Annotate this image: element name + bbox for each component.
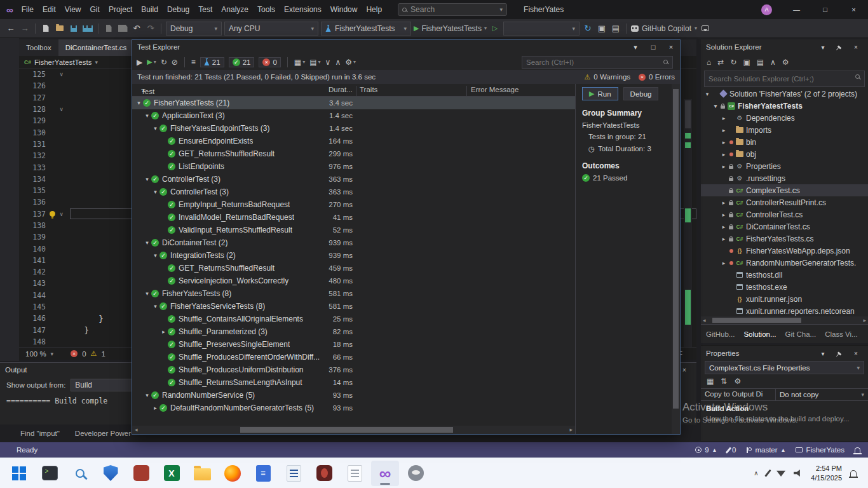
test-search-input[interactable] xyxy=(522,56,673,69)
run-button[interactable]: ▶ Run xyxy=(582,87,618,100)
minimize-button[interactable]: — xyxy=(782,0,811,19)
tool-tab-gitcha[interactable]: Git Cha... xyxy=(785,330,817,338)
properties-gear-icon[interactable]: ⚙ xyxy=(782,58,789,67)
tool-tab-github[interactable]: GitHub... xyxy=(706,330,735,338)
expander-closed-icon[interactable]: ▸ xyxy=(720,236,728,242)
save-all-icon[interactable] xyxy=(82,22,93,36)
test-row[interactable]: ▾✓DiContainerTest (2)939 ms xyxy=(132,236,575,249)
cut-icon[interactable] xyxy=(103,22,114,36)
fold-chevron-icon[interactable]: ∨ xyxy=(60,106,63,112)
column-duration[interactable]: Durat... xyxy=(329,86,353,93)
hierarchy-icon[interactable]: ▤▾ xyxy=(309,58,320,67)
taskbar-app-shield[interactable] xyxy=(97,461,125,486)
menu-edit[interactable]: Edit xyxy=(38,5,60,14)
scrollbar-thumb[interactable] xyxy=(240,427,453,433)
close-button[interactable]: × xyxy=(839,0,868,19)
window-position-icon[interactable]: ▾ xyxy=(627,40,644,54)
tab-find-results[interactable]: Find "imput" xyxy=(20,430,60,437)
properties-titlebar[interactable]: Properties ▾ × xyxy=(701,346,868,361)
scroll-right-icon[interactable]: ▸ xyxy=(863,317,866,323)
collapse-all-icon[interactable]: ∧ xyxy=(335,58,341,67)
menu-build[interactable]: Build xyxy=(137,5,163,14)
hidden-icons-chevron[interactable]: ∧ xyxy=(754,470,758,477)
run-tests-icon[interactable]: ▶▾ xyxy=(147,58,156,66)
tool-tab-classvi[interactable]: Class Vi... xyxy=(825,330,858,338)
categorized-icon[interactable]: ▦ xyxy=(707,377,714,386)
close-icon[interactable]: × xyxy=(849,347,863,360)
test-search-box[interactable] xyxy=(522,56,673,69)
sync-commits-indicator[interactable]: 9 ▲ xyxy=(695,446,717,454)
menu-tools[interactable]: Tools xyxy=(253,5,280,14)
start-without-debug-icon[interactable]: ▷ xyxy=(489,22,501,36)
test-row[interactable]: ✓GET_ReturnsShuffledResult459 ms xyxy=(132,262,575,274)
tab-dicontainertest[interactable]: DiContainerTest.cs xyxy=(58,39,134,56)
test-explorer-titlebar[interactable]: Test Explorer ▾ □ × xyxy=(132,40,680,54)
scrollbar-thumb[interactable] xyxy=(673,89,679,409)
fold-chevron-icon[interactable]: ∨ xyxy=(60,71,63,78)
menu-project[interactable]: Project xyxy=(104,5,137,14)
expander-open-icon[interactable]: ▾ xyxy=(143,392,151,398)
property-pages-icon[interactable]: ⚙ xyxy=(734,377,741,386)
solution-item[interactable]: xunit.runner.reporters.netcorean xyxy=(701,305,868,316)
menu-extensions[interactable]: Extensions xyxy=(280,5,326,14)
solution-item[interactable]: ▸C#DiContainerTest.cs xyxy=(701,220,868,233)
expander-open-icon[interactable]: ▾ xyxy=(143,240,151,246)
editor-scrollbar[interactable] xyxy=(684,99,692,347)
test-row[interactable]: ▾✓ApplicationText (3)1.4 sec xyxy=(132,109,575,122)
solution-search-box[interactable] xyxy=(704,71,865,87)
expander-open-icon[interactable]: ▾ xyxy=(135,100,143,106)
pin-icon[interactable] xyxy=(832,347,846,360)
menu-file[interactable]: File xyxy=(17,5,38,14)
expander-closed-icon[interactable]: ▸ xyxy=(720,151,728,158)
taskbar-app-start[interactable] xyxy=(5,461,33,486)
pin-icon[interactable] xyxy=(832,41,846,53)
scrollbar-thumb[interactable] xyxy=(712,318,801,323)
error-count-icon[interactable]: × xyxy=(71,350,78,357)
configuration-dropdown[interactable]: Debug ▾ xyxy=(166,22,222,36)
repeat-last-run-icon[interactable]: ↻ xyxy=(161,58,167,67)
expander-closed-icon[interactable]: ▸ xyxy=(720,200,728,206)
fold-chevron-icon[interactable]: ∨ xyxy=(60,211,63,217)
test-row[interactable]: ✓ValidInput_ReturnsShuffledResult52 ms xyxy=(132,224,575,236)
expander-closed-icon[interactable]: ▸ xyxy=(159,329,168,335)
navigate-forward-icon[interactable]: → xyxy=(19,22,31,36)
new-file-icon[interactable] xyxy=(40,22,51,36)
collapse-all-icon[interactable]: ∧ xyxy=(770,58,776,67)
property-value[interactable]: Do not copy ▾ xyxy=(776,389,868,400)
group-by-icon[interactable]: ▦▾ xyxy=(294,58,305,67)
scroll-left-icon[interactable]: ◂ xyxy=(703,317,706,323)
test-row[interactable]: ✓ServiceInjection_WorksCorrectly480 ms xyxy=(132,274,575,287)
test-row[interactable]: ✓ListEndpoints976 ms xyxy=(132,160,575,173)
solution-item[interactable]: C#ComplexTest.cs xyxy=(701,184,868,196)
test-row[interactable]: ▸✓Shuffle_Parameterized (3)82 ms xyxy=(132,325,575,338)
expander-open-icon[interactable]: ▾ xyxy=(712,103,719,109)
test-row[interactable]: ✓Shuffle_ContainsAllOriginalElements25 m… xyxy=(132,313,575,325)
expander-closed-icon[interactable]: ▸ xyxy=(720,139,728,146)
pending-edits-indicator[interactable]: 0 xyxy=(728,446,736,454)
menu-help[interactable]: Help xyxy=(362,5,386,14)
solution-item[interactable]: testhost.dll xyxy=(701,269,868,281)
notification-center-icon[interactable] xyxy=(850,470,857,477)
toolbox-tab[interactable]: Toolbox xyxy=(19,39,58,56)
test-row[interactable]: ✓Shuffle_ReturnsSameLengthAsInput14 ms xyxy=(132,376,575,389)
scroll-right-icon[interactable]: ▸ xyxy=(569,426,573,433)
window-position-icon[interactable]: ▾ xyxy=(816,347,830,360)
network-icon[interactable] xyxy=(776,470,785,477)
taskbar-app-visual-studio[interactable]: ∞ xyxy=(371,461,399,486)
tab-developer-powershell[interactable]: Developer Power xyxy=(75,430,131,437)
open-folder-icon[interactable] xyxy=(54,22,65,36)
expander-open-icon[interactable]: ▾ xyxy=(151,303,159,309)
close-icon[interactable]: × xyxy=(662,40,680,54)
repository-selector[interactable]: FisherYates xyxy=(796,446,844,454)
taskbar-app-red-app[interactable] xyxy=(127,461,155,486)
title-search-box[interactable]: Search ▾ xyxy=(398,3,507,16)
home-icon[interactable]: ⌂ xyxy=(707,58,711,67)
solution-item[interactable]: ▸bin xyxy=(701,136,868,148)
startup-project-dropdown[interactable]: FisherYatestTests ▾ xyxy=(321,22,411,36)
test-row[interactable]: ✓Shuffle_ProducesUniformDistribution376 … xyxy=(132,363,575,376)
menu-analyze[interactable]: Analyze xyxy=(217,5,253,14)
test-row[interactable]: ▾✓FisherYatesTests (8)581 ms xyxy=(132,287,575,300)
solution-item[interactable]: testhost.exe xyxy=(701,281,868,293)
feedback-icon[interactable] xyxy=(700,22,711,36)
user-avatar[interactable]: A xyxy=(761,4,772,15)
